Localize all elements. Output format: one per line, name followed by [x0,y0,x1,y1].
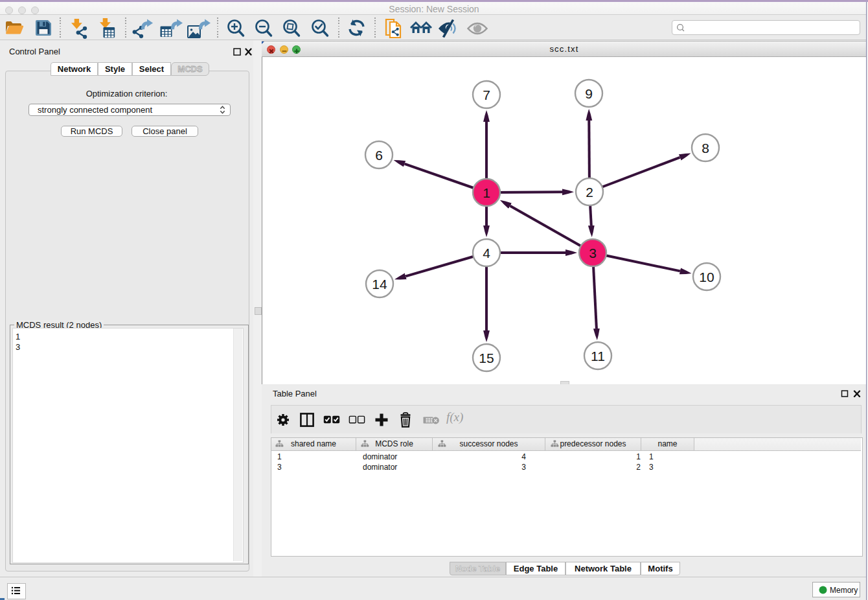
svg-text:3: 3 [589,246,597,260]
svg-text:6: 6 [375,148,383,163]
svg-text:10: 10 [699,270,714,284]
svg-text:9: 9 [585,86,593,101]
svg-text:7: 7 [483,87,490,102]
svg-text:2: 2 [586,185,593,200]
svg-text:1: 1 [483,185,490,200]
svg-text:15: 15 [479,351,494,365]
svg-text:14: 14 [372,277,387,292]
svg-text:8: 8 [702,141,709,156]
svg-text:11: 11 [591,349,605,363]
svg-text:4: 4 [483,246,490,260]
